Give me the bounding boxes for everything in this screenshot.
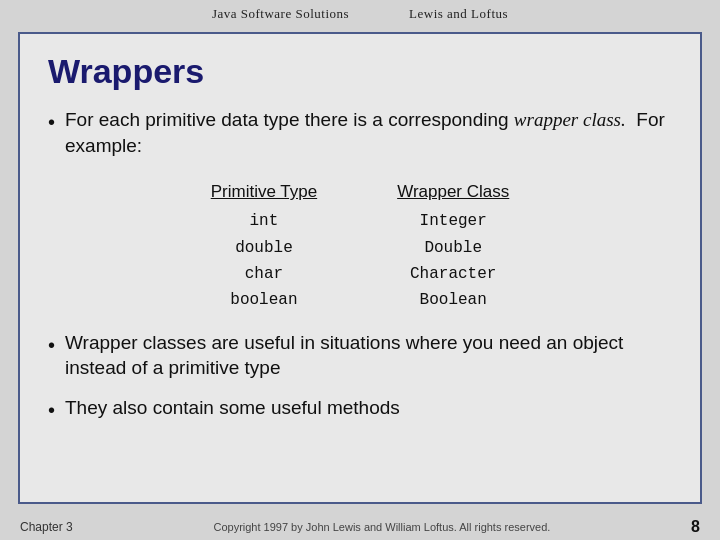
header-left: Java Software Solutions [212, 6, 349, 22]
wrapper-boolean: Boolean [397, 287, 509, 313]
bullet1: • For each primitive data type there is … [48, 107, 672, 158]
slide-container: Java Software Solutions Lewis and Loftus… [0, 0, 720, 540]
primitive-double: double [211, 235, 317, 261]
primitive-type-header: Primitive Type [211, 182, 317, 202]
wrapper-class-col: Wrapper Class Integer Double Character B… [397, 182, 509, 314]
primitive-type-col: Primitive Type int double char boolean [211, 182, 317, 314]
bullet3-text: They also contain some useful methods [65, 395, 672, 421]
footer: Chapter 3 Copyright 1997 by John Lewis a… [0, 514, 720, 540]
bullet-dot-2: • [48, 332, 55, 359]
slide-inner: Wrappers • For each primitive data type … [18, 32, 702, 504]
wrapper-class-values: Integer Double Character Boolean [397, 208, 509, 314]
footer-center: Copyright 1997 by John Lewis and William… [73, 521, 691, 533]
bullet2: • Wrapper classes are useful in situatio… [48, 330, 672, 381]
primitive-char: char [211, 261, 317, 287]
wrapper-character: Character [397, 261, 509, 287]
bullet2-text: Wrapper classes are useful in situations… [65, 330, 672, 381]
primitive-boolean: boolean [211, 287, 317, 313]
header-right: Lewis and Loftus [409, 6, 508, 22]
primitive-type-values: int double char boolean [211, 208, 317, 314]
wrapper-double: Double [397, 235, 509, 261]
bullet-dot-3: • [48, 397, 55, 424]
footer-left: Chapter 3 [20, 520, 73, 534]
slide-title: Wrappers [48, 52, 672, 91]
footer-page-number: 8 [691, 518, 700, 536]
primitive-int: int [211, 208, 317, 234]
wrapper-integer: Integer [397, 208, 509, 234]
header-bar: Java Software Solutions Lewis and Loftus [0, 0, 720, 26]
bullet1-text: For each primitive data type there is a … [65, 107, 672, 158]
bullet1-text-before: For each primitive data type there is a … [65, 109, 514, 130]
bullet-dot-1: • [48, 109, 55, 136]
bullet1-italic: wrapper class. [514, 109, 626, 130]
primitive-wrapper-table: Primitive Type int double char boolean W… [48, 182, 672, 314]
wrapper-class-header: Wrapper Class [397, 182, 509, 202]
bullet3: • They also contain some useful methods [48, 395, 672, 424]
